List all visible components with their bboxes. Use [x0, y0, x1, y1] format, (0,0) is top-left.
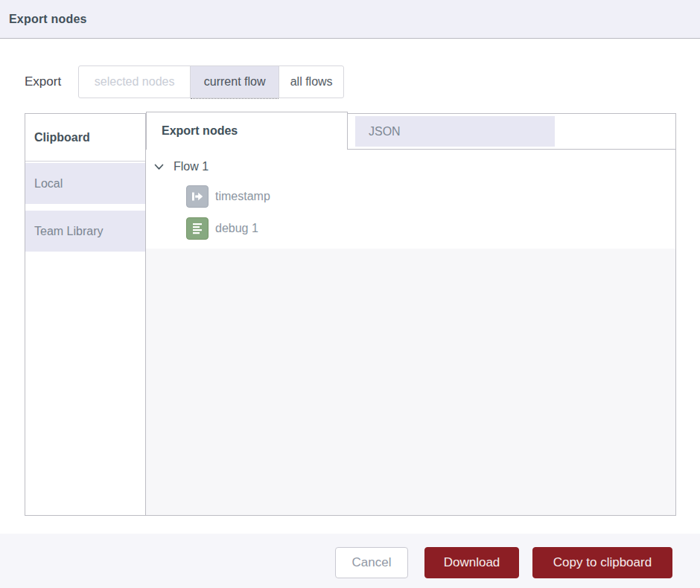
node-tree-rows: Flow 1 timestamp	[146, 150, 675, 249]
sidebar-header: Clipboard	[25, 114, 145, 162]
tab-export-nodes[interactable]: Export nodes	[146, 112, 348, 150]
sidebar-item-local[interactable]: Local	[25, 163, 145, 204]
tree-node-row-timestamp[interactable]: timestamp	[146, 180, 675, 212]
dialog-title: Export nodes	[9, 13, 87, 26]
dialog-header: Export nodes	[0, 0, 700, 39]
sidebar-header-label: Clipboard	[34, 131, 90, 144]
export-nodes-dialog: Export nodes Export selected nodes curre…	[0, 0, 700, 588]
copy-to-clipboard-button[interactable]: Copy to clipboard	[532, 547, 672, 578]
export-option-selected-nodes[interactable]: selected nodes	[79, 66, 190, 98]
debug-lines-icon	[186, 217, 209, 240]
node-label: timestamp	[215, 190, 270, 203]
sidebar-menu: Local Team Library	[25, 162, 145, 258]
dialog-footer: Cancel Download Copy to clipboard	[0, 534, 700, 588]
tree-flow-row[interactable]: Flow 1	[146, 153, 675, 180]
export-scope-label: Export	[25, 74, 61, 89]
flow-label: Flow 1	[174, 160, 209, 173]
tab-json[interactable]: JSON	[355, 116, 555, 147]
sidebar-item-team-library[interactable]: Team Library	[25, 211, 145, 252]
export-option-current-flow[interactable]: current flow	[190, 66, 279, 98]
export-option-all-flows[interactable]: all flows	[279, 66, 343, 98]
tree-node-row-debug[interactable]: debug 1	[146, 212, 675, 244]
export-scope-row: Export selected nodes current flow all f…	[25, 65, 344, 98]
export-scope-button-group: selected nodes current flow all flows	[78, 65, 344, 98]
tab-bar: Export nodes JSON	[146, 114, 675, 150]
cancel-button[interactable]: Cancel	[335, 547, 408, 578]
chevron-down-icon[interactable]	[153, 164, 164, 170]
node-label: debug 1	[215, 222, 258, 235]
inject-arrow-icon	[186, 185, 209, 208]
library-content: Export nodes JSON Flow 1	[146, 114, 675, 515]
download-button[interactable]: Download	[424, 547, 519, 578]
library-sidebar: Clipboard Local Team Library	[25, 114, 146, 515]
node-tree: Flow 1 timestamp	[146, 150, 675, 515]
library-panel: Clipboard Local Team Library Export node…	[25, 113, 676, 516]
